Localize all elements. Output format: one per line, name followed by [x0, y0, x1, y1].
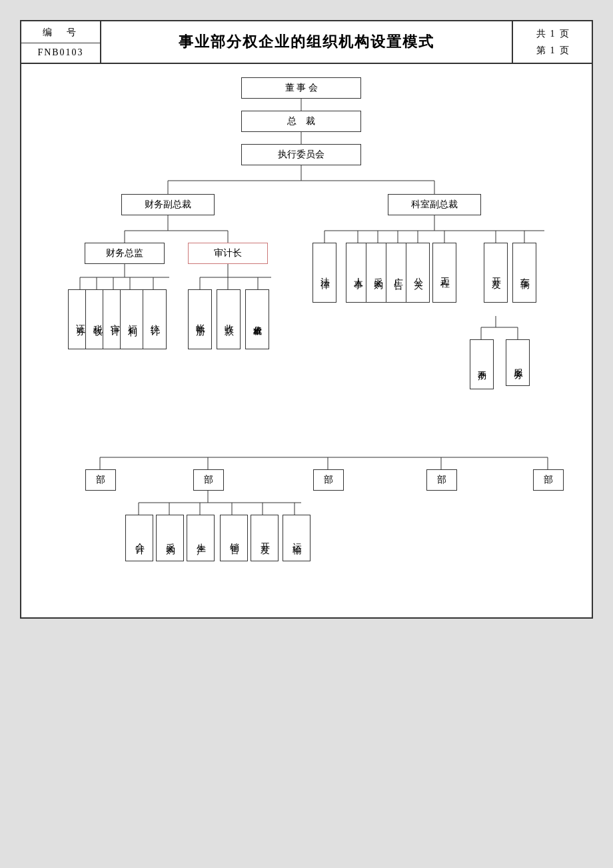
dept-4: 部: [426, 469, 457, 491]
dept-3: 部: [313, 469, 344, 491]
chart-area: 董 事 会 总 裁 执行委员会 财务副总裁 科室副总裁: [21, 64, 592, 617]
page-numbers: 共 1 页 第 1 页: [512, 21, 592, 63]
biaohao-label: 编 号: [43, 27, 79, 37]
finance-director-box: 财务总监: [85, 243, 165, 264]
sub-dept-2: 采购: [156, 515, 184, 561]
exec-committee-box: 执行委员会: [241, 144, 361, 165]
sci-sub-6: 工程: [432, 243, 456, 303]
code-value: FNB0103: [21, 43, 100, 62]
page: 编 号 FNB0103 事业部分权企业的组织机构设置模式 共 1 页 第 1 页: [20, 20, 593, 619]
fin-sub-5: 统计: [143, 289, 167, 349]
science-vp-box: 科室副总裁: [388, 194, 481, 215]
audit-chief-box: 审计长: [188, 243, 268, 264]
header-left: 编 号 FNB0103: [21, 21, 101, 63]
sci-sub-7: 开发: [484, 243, 508, 303]
sub-dept-3: 生产: [187, 515, 215, 561]
page-title: 事业部分权企业的组织机构设置模式: [101, 21, 512, 63]
board-box: 董 事 会: [241, 77, 361, 99]
president-box: 总 裁: [241, 111, 361, 132]
sci-sub-8: 车辆: [512, 243, 536, 303]
audit-sub-1: 帐册: [188, 289, 212, 349]
total-pages: 共 1 页: [536, 25, 569, 42]
sci-sub-1: 法律: [312, 243, 336, 303]
dev-sub-2: 服务: [506, 339, 530, 386]
fin-sub-4: 福利: [120, 289, 144, 349]
current-page: 第 1 页: [536, 42, 569, 59]
sci-sub-5: 公关: [406, 243, 430, 303]
audit-sub-2: 收款: [217, 289, 241, 349]
sub-dept-1: 会计: [125, 515, 153, 561]
sub-dept-4: 销售: [220, 515, 248, 561]
dept-5: 部: [533, 469, 564, 491]
code-label: 编 号: [21, 23, 100, 43]
header: 编 号 FNB0103 事业部分权企业的组织机构设置模式 共 1 页 第 1 页: [21, 21, 592, 64]
dept-1: 部: [85, 469, 116, 491]
sub-dept-5: 开发: [251, 515, 279, 561]
audit-sub-3: 成本分析: [245, 289, 269, 349]
dev-sub-1: 不动产: [470, 339, 494, 389]
dept-2: 部: [193, 469, 224, 491]
finance-vp-box: 财务副总裁: [121, 194, 215, 215]
sub-dept-6: 运输: [283, 515, 310, 561]
